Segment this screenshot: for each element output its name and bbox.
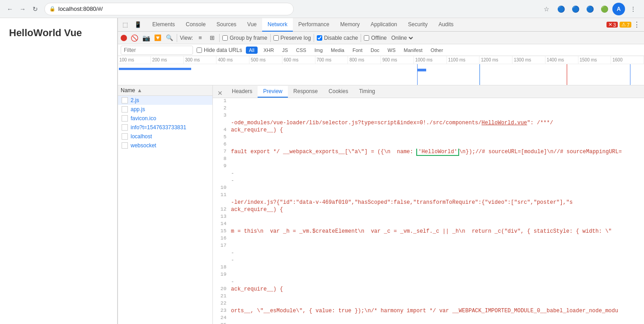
bookmark-button[interactable]: ☆ bbox=[540, 3, 553, 15]
code-line-12: 12ack_require__) { bbox=[213, 207, 644, 214]
grid-view-button[interactable]: ⊞ bbox=[207, 33, 216, 42]
tick-100: 100 ms bbox=[118, 56, 151, 64]
code-line-14: 14 bbox=[213, 221, 644, 228]
filter-doc-button[interactable]: Doc bbox=[368, 47, 382, 53]
close-preview-button[interactable]: ✕ bbox=[216, 89, 225, 98]
tab-audits[interactable]: Audits bbox=[433, 18, 459, 32]
list-view-button[interactable]: ≡ bbox=[196, 33, 205, 42]
throttle-select[interactable]: Online bbox=[390, 34, 414, 42]
tab-console[interactable]: Console bbox=[180, 18, 211, 32]
code-view[interactable]: 1 2 3 -ode_modules/vue-loader/lib/select… bbox=[213, 98, 644, 324]
tab-memory[interactable]: Memory bbox=[335, 18, 365, 32]
ext1-button[interactable]: 🔵 bbox=[555, 3, 567, 15]
tick-700: 700 ms bbox=[315, 56, 348, 64]
back-button[interactable]: ← bbox=[5, 4, 15, 14]
tab-network[interactable]: Network bbox=[262, 18, 293, 32]
tick-200: 200 ms bbox=[151, 56, 184, 64]
preview-tab-bar: ✕ Headers Preview Response Cookies Timin… bbox=[213, 85, 644, 98]
inspect-icon[interactable]: ⬚ bbox=[120, 19, 131, 30]
group-by-frame-checkbox[interactable] bbox=[222, 35, 228, 41]
sort-icon[interactable]: ▲ bbox=[137, 87, 142, 94]
code-line-8: 8 bbox=[213, 156, 644, 163]
code-line-10: 10 bbox=[213, 185, 644, 192]
file-item-websocket[interactable]: websocket bbox=[118, 141, 212, 150]
page-sidebar: HelloWorld Vue bbox=[0, 18, 118, 324]
network-toolbar: 🚫 📷 🔽 🔍 View: ≡ ⊞ Group by frame Preserv… bbox=[118, 32, 644, 44]
code-line-9: 9 bbox=[213, 163, 644, 170]
search-button[interactable]: 🔍 bbox=[165, 33, 174, 42]
tab-vue[interactable]: Vue bbox=[242, 18, 262, 32]
tick-1000: 1000 ms bbox=[414, 56, 447, 64]
ext2-button[interactable]: 🔵 bbox=[569, 3, 582, 15]
address-bar[interactable]: 🔒 localhost:8080/#/ bbox=[44, 3, 294, 15]
filter-css-button[interactable]: CSS bbox=[294, 47, 309, 53]
record-button[interactable] bbox=[121, 35, 127, 41]
offline-label: Offline bbox=[364, 35, 386, 41]
filter-ws-button[interactable]: WS bbox=[385, 47, 398, 53]
tab-sources[interactable]: Sources bbox=[211, 18, 242, 32]
filter-img-button[interactable]: Img bbox=[312, 47, 325, 53]
toolbar-separator-1 bbox=[177, 34, 177, 42]
tab-performance[interactable]: Performance bbox=[293, 18, 335, 32]
filter-all-button[interactable]: All bbox=[246, 47, 258, 54]
disable-cache-checkbox[interactable] bbox=[317, 35, 322, 41]
filter-media-button[interactable]: Media bbox=[329, 47, 347, 53]
filter-font-button[interactable]: Font bbox=[350, 47, 365, 53]
more-tabs-button[interactable]: ⋮ bbox=[631, 19, 642, 30]
tick-1400: 1400 ms bbox=[545, 56, 578, 64]
timeline-body bbox=[118, 64, 644, 85]
main-content: Name ▲ 2.js app.js favicon.ico inf bbox=[118, 85, 644, 324]
tab-security[interactable]: Security bbox=[403, 18, 433, 32]
ext3-button[interactable]: 🔵 bbox=[583, 3, 596, 15]
ext4-button[interactable]: 🟢 bbox=[598, 3, 611, 15]
camera-button[interactable]: 📷 bbox=[141, 33, 150, 42]
profile-button[interactable]: A bbox=[612, 3, 625, 15]
code-line-13b: 13 bbox=[213, 214, 644, 221]
refresh-button[interactable]: ↻ bbox=[30, 4, 41, 14]
tab-headers[interactable]: Headers bbox=[226, 86, 258, 98]
timeline-blue-line bbox=[479, 64, 480, 85]
file-item-info[interactable]: info?t=1547633733831 bbox=[118, 123, 212, 132]
code-line-7: 7 fault export */ __webpack_exports__[\"… bbox=[213, 149, 644, 156]
code-line-25: 25 bbox=[213, 322, 644, 324]
code-line-17: 17 bbox=[213, 243, 644, 250]
errors-badge: ✕ 3 bbox=[606, 22, 618, 28]
device-icon[interactable]: 📱 bbox=[132, 19, 143, 30]
toolbar-separator-4 bbox=[314, 34, 314, 42]
menu-button[interactable]: ⋮ bbox=[627, 3, 639, 15]
file-item-favicon[interactable]: favicon.ico bbox=[118, 114, 212, 123]
filter-xhr-button[interactable]: XHR bbox=[261, 47, 276, 53]
filter-manifest-button[interactable]: Manifest bbox=[401, 47, 425, 53]
file-item-2js[interactable]: 2.js bbox=[118, 96, 212, 105]
timeline-red-line bbox=[567, 64, 567, 85]
forward-button[interactable]: → bbox=[17, 4, 28, 14]
file-icon-info bbox=[122, 124, 128, 131]
filter-input[interactable] bbox=[121, 46, 193, 55]
tab-cookies[interactable]: Cookies bbox=[323, 86, 353, 98]
tab-application[interactable]: Application bbox=[365, 18, 403, 32]
page-title: HelloWorld Vue bbox=[9, 27, 82, 38]
tab-timing[interactable]: Timing bbox=[353, 86, 381, 98]
file-item-localhost[interactable]: localhost bbox=[118, 132, 212, 141]
filter-button[interactable]: 🔽 bbox=[153, 33, 162, 42]
filter-other-button[interactable]: Other bbox=[428, 47, 446, 53]
timeline[interactable]: 100 ms 200 ms 300 ms 400 ms 500 ms 600 m… bbox=[118, 56, 644, 85]
hide-data-urls-label: Hide data URLs bbox=[197, 47, 242, 53]
timeline-ruler: 100 ms 200 ms 300 ms 400 ms 500 ms 600 m… bbox=[118, 56, 644, 64]
devtools-icons: ⬚ 📱 bbox=[120, 19, 143, 30]
code-line-23: 23 orts__, \"__esModule\", { value: true… bbox=[213, 308, 644, 315]
stop-button[interactable]: 🚫 bbox=[130, 33, 139, 42]
tab-elements[interactable]: Elements bbox=[147, 18, 180, 32]
filter-js-button[interactable]: JS bbox=[280, 47, 290, 53]
tab-response[interactable]: Response bbox=[288, 86, 323, 98]
preserve-log-checkbox[interactable] bbox=[273, 35, 279, 41]
tick-400: 400 ms bbox=[216, 56, 249, 64]
offline-checkbox[interactable] bbox=[364, 35, 369, 41]
timeline-domcontent-line bbox=[417, 64, 418, 85]
file-name-2js: 2.js bbox=[131, 97, 139, 103]
hide-data-urls-checkbox[interactable] bbox=[197, 47, 202, 53]
file-item-appjs[interactable]: app.js bbox=[118, 105, 212, 114]
browser-chrome: ← → ↻ 🔒 localhost:8080/#/ ☆ 🔵 🔵 🔵 🟢 A ⋮ bbox=[0, 0, 644, 18]
tab-preview[interactable]: Preview bbox=[258, 86, 288, 98]
toolbar-separator-5 bbox=[361, 34, 361, 42]
